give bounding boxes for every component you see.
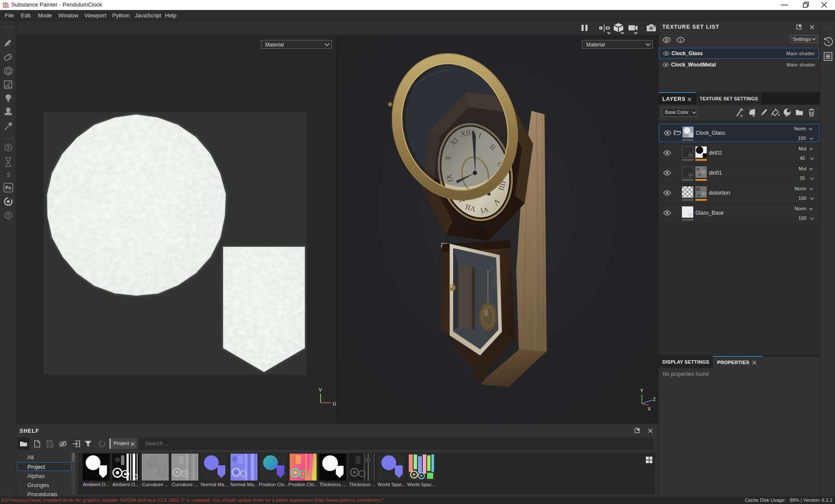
svg-text:U: U <box>333 401 336 406</box>
svg-text:Y: Y <box>640 388 644 393</box>
svg-text:1: 1 <box>679 38 681 43</box>
svg-text:Z: Z <box>653 397 656 402</box>
svg-text:Ps: Ps <box>6 185 11 190</box>
svg-text:X: X <box>648 406 651 411</box>
svg-text:V: V <box>319 387 322 392</box>
